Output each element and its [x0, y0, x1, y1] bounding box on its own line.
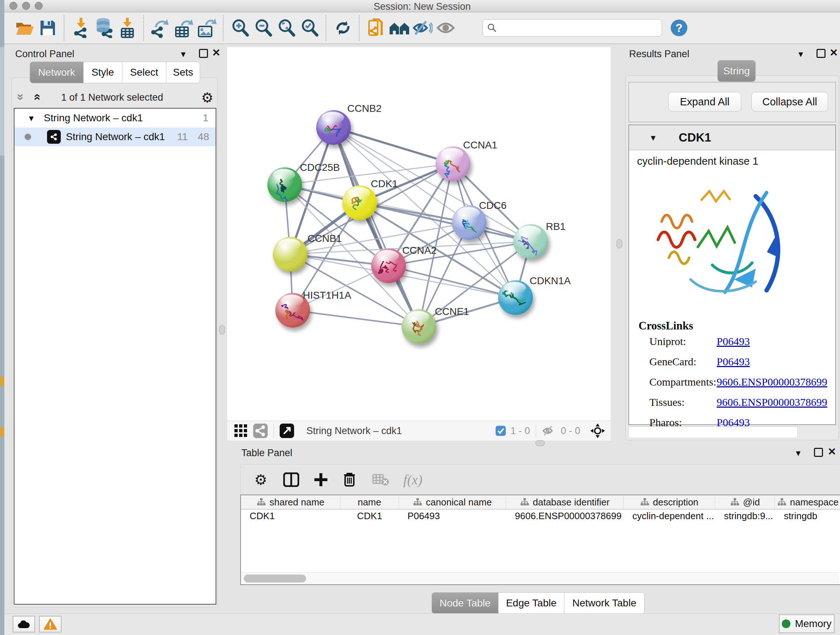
import-network-database-button[interactable] — [93, 16, 116, 40]
tab-network[interactable]: Network — [30, 62, 84, 83]
delete-column-trash-icon[interactable] — [343, 472, 356, 487]
search-input[interactable] — [497, 22, 657, 34]
tab-select[interactable]: Select — [122, 62, 166, 83]
add-column-icon[interactable] — [314, 472, 328, 487]
table-cell: stringdb — [775, 509, 840, 523]
memory-button[interactable]: Memory — [779, 614, 835, 633]
export-image-button[interactable] — [195, 16, 218, 40]
expand-all-button[interactable]: Expand All — [668, 92, 741, 111]
memory-status-dot — [782, 619, 790, 628]
show-all-button[interactable] — [434, 16, 457, 40]
bottom-splitter-handle[interactable] — [535, 440, 545, 446]
crosslink-row: Uniprot:P06493 — [649, 335, 835, 348]
network-node-cdkn1a[interactable] — [498, 280, 533, 315]
tab-network-table[interactable]: Network Table — [564, 592, 645, 614]
tab-sets[interactable]: Sets — [166, 62, 200, 83]
column-header-label: namespace — [790, 497, 838, 508]
control-panel-menu-icon[interactable]: ▾ — [181, 49, 186, 59]
network-row[interactable]: String Network – cdk11148 — [14, 127, 216, 146]
network-node-rb1[interactable] — [513, 224, 548, 259]
apply-layout-button[interactable] — [332, 16, 355, 40]
home-button[interactable] — [388, 16, 411, 40]
table-hscrollbar — [241, 572, 839, 584]
show-columns-icon[interactable] — [283, 472, 299, 487]
expand-collapse-box: Expand All Collapse All — [628, 82, 836, 122]
results-panel-close-icon[interactable]: ✕ — [829, 48, 838, 58]
network-node-ccne1[interactable] — [401, 309, 436, 344]
table-row[interactable]: CDK1CDK1P064939606.ENSP00000378699cyclin… — [241, 509, 840, 523]
results-panel-menu-icon[interactable]: ▾ — [798, 49, 803, 59]
table-settings-gear-icon[interactable]: ⚙ — [254, 471, 267, 488]
open-session-button[interactable] — [13, 16, 36, 40]
crosslink-value-link[interactable]: 9606.ENSP00000378699 — [717, 396, 827, 409]
zoom-selected-button[interactable] — [298, 16, 321, 40]
export-network-button[interactable] — [149, 16, 172, 40]
table-panel-close-icon[interactable]: ✕ — [828, 447, 836, 457]
column-header-namespace[interactable]: namespace — [775, 495, 840, 509]
network-node-ccnb2[interactable] — [316, 110, 351, 145]
birdseye-crosshair-icon[interactable] — [590, 423, 606, 439]
tab-edge-table[interactable]: Edge Table — [499, 592, 564, 614]
grid-view-icon[interactable] — [234, 424, 248, 438]
protein-entry-header[interactable]: ▾ CDK1 — [629, 125, 835, 150]
control-panel-float-icon[interactable] — [199, 49, 208, 58]
save-floppy-icon — [39, 19, 57, 36]
hscrollbar-thumb[interactable] — [244, 575, 306, 583]
cloud-button[interactable] — [13, 616, 35, 632]
network-collection-row[interactable]: ▾String Network – cdk11 — [14, 109, 216, 127]
right-splitter-handle[interactable] — [616, 239, 622, 249]
node-label-cdc6: CDC6 — [479, 200, 507, 211]
function-builder-icon[interactable]: f(x) — [403, 472, 423, 488]
save-session-button[interactable] — [36, 16, 59, 40]
network-node-ccnb1[interactable] — [273, 237, 308, 272]
import-network-file-button[interactable] — [69, 16, 93, 40]
tab-style[interactable]: Style — [84, 62, 122, 83]
column-header-description[interactable]: description — [624, 495, 715, 509]
help-button[interactable]: ? — [671, 19, 687, 36]
protein-ribbon-thumbnail — [342, 185, 377, 220]
crosslink-value-link[interactable]: P06493 — [717, 356, 750, 368]
tab-string[interactable]: String — [717, 60, 756, 82]
column-header-name[interactable]: name — [340, 495, 399, 509]
collection-expand-icon[interactable]: ▾ — [29, 113, 34, 123]
duplicate-network-icon — [368, 18, 385, 38]
column-header-label: @id — [743, 497, 760, 508]
column-header-database-identifier[interactable]: database identifier — [506, 495, 623, 509]
network-node-cdc25b[interactable] — [267, 167, 302, 202]
control-panel-close-icon[interactable]: ✕ — [212, 48, 220, 58]
table-panel-menu-icon[interactable]: ▾ — [796, 448, 801, 458]
network-canvas[interactable]: CCNB2CCNA1CDC25BCDK1CDC6RB1CCNB1CCNA2CDK… — [227, 47, 611, 421]
crosslink-value-link[interactable]: 9606.ENSP00000378699 — [717, 376, 827, 388]
import-table-file-button[interactable] — [116, 16, 139, 40]
collapse-all-button[interactable]: Collapse All — [752, 92, 828, 111]
network-node-ccna2[interactable] — [371, 249, 406, 283]
tab-node-table[interactable]: Node Table — [431, 592, 499, 614]
table-panel-float-icon[interactable] — [814, 448, 823, 457]
network-node-cdk1[interactable] — [342, 185, 377, 220]
export-table-button[interactable] — [172, 16, 195, 40]
column-header-canonical-name[interactable]: canonical name — [399, 495, 507, 509]
crosslinks-list: Uniprot:P06493GeneCard:P06493Compartment… — [629, 333, 835, 429]
delete-table-icon[interactable] — [372, 473, 389, 486]
zoom-out-button[interactable] — [252, 16, 275, 40]
table-panel-title: Table Panel — [241, 448, 292, 459]
protein-ribbon-thumbnail — [513, 224, 548, 259]
warnings-button[interactable] — [39, 616, 62, 632]
fit-content-button[interactable] — [275, 16, 298, 40]
network-node-ccna1[interactable] — [436, 146, 470, 181]
column-header-shared-name[interactable]: shared name — [241, 495, 340, 509]
node-label-hist1h1a: HIST1H1A — [303, 290, 351, 301]
duplicate-network-button[interactable] — [365, 16, 388, 40]
zoom-in-button[interactable] — [229, 16, 252, 40]
open-folder-icon — [15, 19, 34, 36]
column-header--id[interactable]: @id — [715, 495, 775, 509]
entry-collapse-icon[interactable]: ▾ — [651, 133, 655, 142]
crosslink-value-link[interactable]: P06493 — [717, 335, 750, 348]
open-external-icon[interactable] — [279, 424, 294, 438]
string-network-icon — [47, 130, 61, 144]
left-splitter-handle[interactable] — [219, 325, 225, 334]
hide-selected-button[interactable] — [411, 16, 434, 40]
network-share-icon[interactable] — [253, 424, 268, 438]
results-panel-float-icon[interactable] — [816, 49, 826, 58]
gear-icon[interactable]: ⚙ — [201, 90, 213, 106]
